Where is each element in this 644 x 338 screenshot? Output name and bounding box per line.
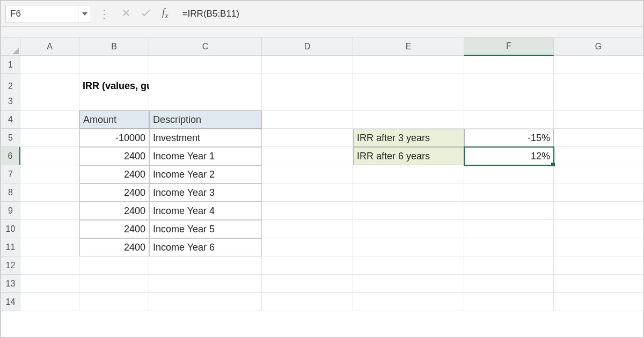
cell-D7[interactable] xyxy=(262,165,353,183)
cell-B13[interactable] xyxy=(79,275,149,293)
cell-E6[interactable]: IRR after 6 years xyxy=(353,147,464,165)
cell-F5[interactable]: -15% xyxy=(464,129,554,147)
cell-D11[interactable] xyxy=(262,238,353,256)
cell-F6[interactable]: 12% xyxy=(464,147,554,165)
cell-E13[interactable] xyxy=(353,275,464,293)
cell-E4[interactable] xyxy=(353,111,464,129)
cell-A10[interactable] xyxy=(20,220,79,238)
col-header-C[interactable]: C xyxy=(149,38,262,56)
cell-D5[interactable] xyxy=(262,129,353,147)
cell-C14[interactable] xyxy=(149,293,262,311)
cell-E9[interactable] xyxy=(353,202,464,220)
cell-G1[interactable] xyxy=(554,56,643,74)
select-all-corner[interactable] xyxy=(1,38,20,56)
cell-D13[interactable] xyxy=(262,275,353,293)
cell-F9[interactable] xyxy=(464,202,554,220)
cell-D6[interactable] xyxy=(262,147,353,165)
cell-F3[interactable] xyxy=(464,92,554,111)
cell-B11[interactable]: 2400 xyxy=(79,238,149,256)
cell-A8[interactable] xyxy=(20,183,79,202)
cell-G8[interactable] xyxy=(554,183,643,202)
cell-F14[interactable] xyxy=(464,293,554,311)
cell-B7[interactable]: 2400 xyxy=(79,165,149,183)
cell-F4[interactable] xyxy=(464,111,554,129)
cell-E8[interactable] xyxy=(353,183,464,202)
cell-E14[interactable] xyxy=(353,293,464,311)
row-header-8[interactable]: 8 xyxy=(1,183,20,202)
cell-D9[interactable] xyxy=(262,202,353,220)
cell-F8[interactable] xyxy=(464,183,554,202)
cell-C1[interactable] xyxy=(149,56,262,74)
cell-C10[interactable]: Income Year 5 xyxy=(149,220,262,238)
cell-B9[interactable]: 2400 xyxy=(79,202,149,220)
name-box-dropdown[interactable] xyxy=(78,5,91,23)
cell-C8[interactable]: Income Year 3 xyxy=(149,183,262,202)
row-header-11[interactable]: 11 xyxy=(1,238,20,256)
row-header-13[interactable]: 13 xyxy=(1,275,20,293)
cell-F11[interactable] xyxy=(464,238,554,256)
cell-E5[interactable]: IRR after 3 years xyxy=(353,129,464,147)
cell-D3[interactable] xyxy=(262,92,353,111)
cell-G14[interactable] xyxy=(554,293,643,311)
cell-A4[interactable] xyxy=(20,111,79,129)
spreadsheet-grid[interactable]: A B C D E F G 1 2 IRR (values, guess) 3 xyxy=(1,38,643,311)
row-header-12[interactable]: 12 xyxy=(1,256,20,275)
cell-C11[interactable]: Income Year 6 xyxy=(149,238,262,256)
cell-D8[interactable] xyxy=(262,183,353,202)
cell-F7[interactable] xyxy=(464,165,554,183)
cell-C9[interactable]: Income Year 4 xyxy=(149,202,262,220)
cell-G9[interactable] xyxy=(554,202,643,220)
cell-F1[interactable] xyxy=(464,56,554,74)
cell-B5[interactable]: -10000 xyxy=(79,129,149,147)
row-header-7[interactable]: 7 xyxy=(1,165,20,183)
cell-C13[interactable] xyxy=(149,275,262,293)
cell-E12[interactable] xyxy=(353,256,464,275)
row-header-6[interactable]: 6 xyxy=(1,147,20,165)
cell-B8[interactable]: 2400 xyxy=(79,183,149,202)
cell-E1[interactable] xyxy=(353,56,464,74)
cell-A3[interactable] xyxy=(20,92,79,111)
cell-C6[interactable]: Income Year 1 xyxy=(149,147,262,165)
cell-G13[interactable] xyxy=(554,275,643,293)
cell-C4[interactable]: Description xyxy=(149,111,262,129)
cell-A11[interactable] xyxy=(20,238,79,256)
cell-G11[interactable] xyxy=(554,238,643,256)
row-header-5[interactable]: 5 xyxy=(1,129,20,147)
cell-G7[interactable] xyxy=(554,165,643,183)
col-header-F[interactable]: F xyxy=(464,38,554,56)
cell-G3[interactable] xyxy=(554,92,643,111)
cell-D12[interactable] xyxy=(262,256,353,275)
row-header-3[interactable]: 3 xyxy=(1,92,20,111)
cell-A5[interactable] xyxy=(20,129,79,147)
col-header-D[interactable]: D xyxy=(262,38,353,56)
cell-F13[interactable] xyxy=(464,275,554,293)
row-header-4[interactable]: 4 xyxy=(1,111,20,129)
row-header-1[interactable]: 1 xyxy=(1,56,20,74)
cell-F10[interactable] xyxy=(464,220,554,238)
cell-C7[interactable]: Income Year 2 xyxy=(149,165,262,183)
row-header-9[interactable]: 9 xyxy=(1,202,20,220)
cell-A1[interactable] xyxy=(20,56,79,74)
col-header-A[interactable]: A xyxy=(20,38,79,56)
cell-F12[interactable] xyxy=(464,256,554,275)
cell-A14[interactable] xyxy=(20,293,79,311)
col-header-G[interactable]: G xyxy=(554,38,643,56)
cell-D10[interactable] xyxy=(262,220,353,238)
cell-B6[interactable]: 2400 xyxy=(79,147,149,165)
cell-A13[interactable] xyxy=(20,275,79,293)
cell-A12[interactable] xyxy=(20,256,79,275)
cell-C12[interactable] xyxy=(149,256,262,275)
name-box[interactable]: F6 xyxy=(5,5,91,23)
cell-E10[interactable] xyxy=(353,220,464,238)
cell-G12[interactable] xyxy=(554,256,643,275)
formula-input[interactable]: =IRR(B5:B11) xyxy=(179,5,643,23)
cell-D14[interactable] xyxy=(262,293,353,311)
cell-B12[interactable] xyxy=(79,256,149,275)
insert-function-icon[interactable]: fx xyxy=(162,7,169,20)
cell-B1[interactable] xyxy=(79,56,149,74)
cell-D1[interactable] xyxy=(262,56,353,74)
fill-handle[interactable] xyxy=(551,163,555,166)
cell-B10[interactable]: 2400 xyxy=(79,220,149,238)
cell-A6[interactable] xyxy=(20,147,79,165)
cell-G10[interactable] xyxy=(554,220,643,238)
